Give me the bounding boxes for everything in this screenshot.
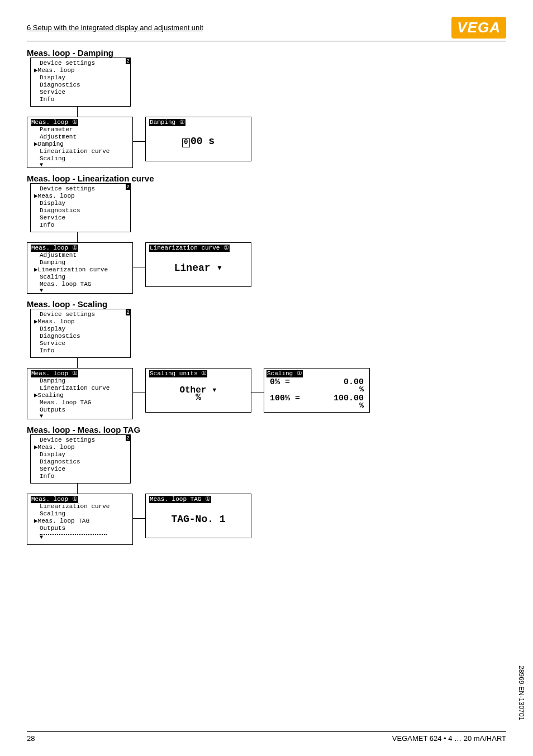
lcd-scaling-values: Scaling ① 0% =0.00 % 100% =100.00 % (264, 368, 370, 413)
page-number: 28 (27, 734, 35, 743)
menu-item: Info (34, 347, 127, 355)
menu-item: Info (34, 473, 127, 480)
lcd-scaling-units: Scaling units ① Other ▾ % (145, 368, 251, 413)
menu-item: Outputs (31, 406, 129, 414)
menu-item: ▶Meas. loop (34, 193, 127, 200)
menu-item: Service (34, 214, 127, 222)
row2-unit: % (266, 402, 367, 409)
menu-item: Parameter (31, 126, 129, 133)
menu-item: Linearization curve (31, 385, 129, 392)
section-title-damping: Meas. loop - Damping (27, 48, 506, 58)
lcd-value: Damping ① 000 s (145, 117, 251, 161)
lcd-header: Meas. loop ① (31, 119, 129, 126)
menu-item: Linearization curve (31, 148, 129, 155)
menu-item: Service (34, 340, 127, 347)
menu-item: Damping (31, 377, 129, 385)
badge-2: 2 (126, 309, 130, 315)
lcd-top-menu: 2 Device settings ▶Meas. loop Display Di… (30, 58, 131, 107)
scroll-down-icon: ▼ (31, 414, 129, 419)
lcd-value: Meas. loop TAG ① TAG-No. 1 (145, 494, 251, 538)
menu-item: Adjustment (31, 133, 129, 141)
lcd-header: Scaling units ① (149, 370, 248, 377)
menu-item: Display (34, 74, 127, 82)
menu-item: ▶Meas. loop (34, 67, 127, 74)
vega-logo: VEGA (451, 17, 506, 39)
section-title-lin: Meas. loop - Linearization curve (27, 174, 506, 183)
diagram-tag: 2 Device settings ▶Meas. loop Display Di… (27, 434, 506, 546)
connector (133, 518, 145, 519)
menu-item: ▶Damping (31, 141, 129, 148)
menu-item: ▶Linearization curve (31, 266, 129, 274)
lcd-value: Linearization curve ① Linear ▾ (145, 242, 251, 287)
menu-item: Display (34, 451, 127, 458)
menu-item: Device settings (34, 60, 127, 67)
menu-item: Damping (31, 259, 129, 266)
diagram-damping: 2 Device settings ▶Meas. loop Display Di… (27, 58, 506, 169)
menu-item: Meas. loop TAG (31, 399, 129, 406)
menu-item: ▶Meas. loop (34, 318, 127, 326)
menu-item: Info (34, 222, 127, 229)
menu-item: Service (34, 466, 127, 473)
document-code: 28969-EN-130701 (517, 666, 525, 720)
lcd-top-menu: 2 Device settings ▶Meas. loop Display Di… (30, 434, 131, 484)
connector (133, 141, 145, 142)
menu-item: Scaling (31, 274, 129, 281)
menu-item: Diagnostics (34, 458, 127, 466)
menu-item: Diagnostics (34, 333, 127, 340)
section-title-tag: Meas. loop - Meas. loop TAG (27, 425, 506, 434)
lcd-header: Meas. loop TAG ① (149, 496, 248, 503)
row1-value: 0.00 (325, 379, 364, 386)
lcd-submenu: Meas. loop ① Linearization curve Scaling… (27, 494, 133, 545)
diagram-scaling: 2 Device settings ▶Meas. loop Display Di… (27, 309, 506, 420)
lcd-header: Linearization curve ① (149, 245, 248, 252)
connector (77, 107, 78, 117)
menu-item: Meas. loop TAG (31, 281, 129, 288)
badge-2: 2 (126, 435, 130, 441)
row1-label: 0% = (270, 379, 290, 386)
connector (77, 484, 78, 494)
lcd-header: Meas. loop ① (31, 370, 129, 377)
page-footer: 28 VEGAMET 624 • 4 … 20 mA/HART (27, 731, 506, 743)
tag-value: TAG-No. 1 (149, 503, 248, 536)
menu-item: Device settings (34, 437, 127, 444)
scroll-down-icon: ▼ (31, 288, 129, 294)
menu-item: Info (34, 96, 127, 103)
lcd-submenu: Meas. loop ① Damping Linearization curve… (27, 368, 133, 419)
section-path: 6 Setup with the integrated display and … (27, 23, 203, 32)
diagram-lin: 2 Device settings ▶Meas. loop Display Di… (27, 183, 506, 295)
menu-item: Service (34, 89, 127, 96)
connector (77, 232, 78, 242)
connector (133, 267, 145, 267)
lcd-header: Scaling ① (266, 370, 367, 377)
lcd-header: Meas. loop ① (31, 245, 129, 252)
menu-item: Diagnostics (34, 82, 127, 89)
menu-item: Scaling (31, 510, 129, 518)
section-title-scaling: Meas. loop - Scaling (27, 299, 506, 309)
lin-value: Linear ▾ (149, 252, 248, 285)
scroll-down-icon: ▼ (31, 535, 129, 540)
connector (251, 393, 264, 393)
lcd-header: Meas. loop ① (31, 496, 129, 503)
badge-2: 2 (126, 58, 130, 64)
lcd-top-menu: 2 Device settings ▶Meas. loop Display Di… (30, 183, 131, 232)
scaling-units-symbol: % (196, 394, 201, 401)
menu-item: Outputs (31, 525, 129, 532)
menu-item: Adjustment (31, 252, 129, 259)
menu-item: Display (34, 326, 127, 333)
badge-2: 2 (126, 184, 130, 190)
connector (133, 393, 145, 393)
menu-item: ▶Meas. loop (34, 444, 127, 451)
page-header: 6 Setup with the integrated display and … (27, 17, 506, 41)
menu-item: Device settings (34, 185, 127, 193)
lcd-top-menu: 2 Device settings ▶Meas. loop Display Di… (30, 309, 131, 358)
row2-label: 100% = (270, 395, 300, 402)
damping-value: 000 s (149, 126, 248, 159)
menu-item: Diagnostics (34, 207, 127, 214)
scroll-down-icon: ▼ (31, 162, 129, 168)
connector (77, 358, 78, 368)
menu-item: ▶Meas. loop TAG (31, 518, 129, 525)
menu-item: Scaling (31, 155, 129, 162)
row2-value: 100.00 (325, 395, 364, 402)
menu-item: Display (34, 200, 127, 207)
menu-item: Linearization curve (31, 503, 129, 510)
